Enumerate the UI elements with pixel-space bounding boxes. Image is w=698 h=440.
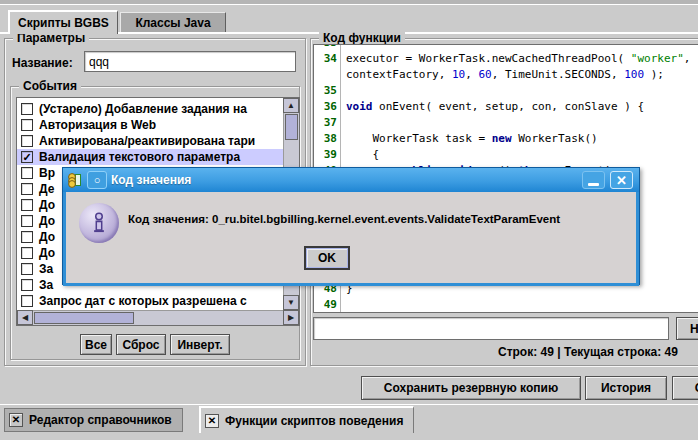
- name-label: Название:: [12, 56, 73, 70]
- code-line: 33: [314, 44, 698, 52]
- scroll-down-button[interactable]: ▼: [283, 295, 299, 310]
- checkbox-checked-icon[interactable]: ✓: [21, 151, 33, 163]
- tab-label: Редактор справочников: [29, 413, 172, 427]
- save-backup-label: Сохранить резервную копию: [384, 381, 558, 395]
- code-text: contextFactory, 10, 60, TimeUnit.SECONDS…: [346, 68, 664, 81]
- event-item-label: За: [39, 262, 53, 276]
- events-panel-title: События: [19, 79, 81, 93]
- event-list-item[interactable]: (Устарело) Добавление задания на: [17, 101, 283, 117]
- invert-label: Инверт.: [177, 338, 222, 352]
- scroll-up-button[interactable]: ▲: [283, 98, 299, 113]
- checkbox-icon[interactable]: [21, 295, 33, 307]
- app-window: Скрипты BGBS Классы Java Параметры Назва…: [0, 0, 698, 440]
- line-number: 38: [314, 132, 337, 145]
- window-menu-icon[interactable]: ○: [87, 171, 107, 189]
- tab-java-classes[interactable]: Классы Java: [120, 12, 226, 33]
- history-label: История: [601, 381, 651, 395]
- code-line: 37: [314, 116, 698, 132]
- app-icon: [67, 172, 83, 188]
- code-text: executor = WorkerTask.newCachedThreadPoo…: [346, 52, 690, 65]
- function-code-title: Код функции: [319, 31, 405, 45]
- event-item-label: Запрос дат с которых разрешена с: [39, 294, 247, 308]
- code-line: 36void onEvent( event, setup, con, conSl…: [314, 100, 698, 116]
- minimize-button[interactable]: [582, 171, 605, 189]
- event-item-label: До: [39, 198, 55, 212]
- line-number: 39: [314, 148, 337, 161]
- checkbox-icon[interactable]: [21, 263, 33, 275]
- event-list-item[interactable]: Активирована/реактивирована тари: [17, 133, 283, 149]
- code-line: 49: [314, 298, 698, 313]
- reset-button[interactable]: Сброс: [116, 334, 166, 355]
- line-number: 33: [314, 44, 337, 49]
- scroll-right-button[interactable]: ▶: [283, 310, 299, 325]
- event-item-label: До: [39, 246, 55, 260]
- code-line: 34executor = WorkerTask.newCachedThreadP…: [314, 52, 698, 68]
- find-label: Найти: [690, 322, 698, 336]
- ok-button[interactable]: OK: [304, 246, 350, 270]
- checkbox-icon[interactable]: [21, 247, 33, 259]
- checkbox-icon[interactable]: [21, 231, 33, 243]
- horizontal-scroll-thumb[interactable]: [34, 312, 134, 324]
- dialog-body: Код значения: 0_ru.bitel.bgbilling.kerne…: [63, 192, 639, 286]
- dialog-message: Код значения: 0_ru.bitel.bgbilling.kerne…: [128, 213, 560, 225]
- code-line: contextFactory, 10, 60, TimeUnit.SECONDS…: [314, 68, 698, 84]
- search-input[interactable]: [313, 317, 669, 340]
- vertical-scroll-thumb[interactable]: [285, 114, 298, 140]
- checkbox-icon[interactable]: [21, 199, 33, 211]
- bottom-tab-edge: [0, 404, 698, 405]
- name-input[interactable]: [84, 51, 296, 72]
- dialog-title-bar[interactable]: ○ Код значения ✕: [63, 168, 639, 192]
- event-item-label: Валидация текстового параметра: [39, 150, 240, 164]
- value-code-dialog: ○ Код значения ✕ Код значения: 0_ru.bite…: [62, 167, 640, 285]
- checkbox-icon[interactable]: [21, 135, 33, 147]
- select-all-label: Все: [85, 338, 107, 352]
- event-item-label: Активирована/реактивирована тари: [39, 134, 255, 148]
- code-line: 35: [314, 84, 698, 100]
- line-number: 34: [314, 52, 337, 65]
- event-item-label: До: [39, 214, 55, 228]
- close-button[interactable]: ✕: [610, 171, 633, 189]
- event-list-item[interactable]: ✓Валидация текстового параметра: [17, 149, 283, 165]
- checkbox-icon[interactable]: [21, 279, 33, 291]
- checkbox-icon[interactable]: [21, 103, 33, 115]
- invert-button[interactable]: Инверт.: [170, 334, 230, 355]
- event-item-label: За: [39, 278, 53, 292]
- checkbox-icon[interactable]: [21, 215, 33, 227]
- tab-scripts-bgbs[interactable]: Скрипты BGBS: [8, 10, 118, 34]
- info-icon: [79, 203, 119, 243]
- line-number: 35: [314, 84, 337, 97]
- history-button[interactable]: История: [585, 376, 667, 400]
- event-list-item[interactable]: Запрос дат с которых разрешена с: [17, 293, 283, 309]
- code-text: {: [346, 148, 379, 161]
- line-number: 49: [314, 298, 337, 311]
- dialog-title: Код значения: [111, 173, 191, 187]
- event-item-label: Авторизация в Web: [39, 118, 156, 132]
- reset-label: Сброс: [122, 338, 159, 352]
- event-list-item[interactable]: Авторизация в Web: [17, 117, 283, 133]
- event-item-label: Вр: [39, 166, 55, 180]
- save-button[interactable]: Сохранить: [672, 376, 698, 400]
- checkbox-icon[interactable]: [21, 167, 33, 179]
- tab-behavior-script-functions[interactable]: ✕ Функции скриптов поведения: [199, 406, 414, 433]
- scroll-left-button[interactable]: ◀: [17, 310, 33, 325]
- close-tab-icon[interactable]: ✕: [205, 414, 219, 428]
- find-button[interactable]: Найти: [676, 317, 698, 340]
- checkbox-icon[interactable]: [21, 119, 33, 131]
- close-tab-icon[interactable]: ✕: [9, 413, 23, 427]
- select-all-button[interactable]: Все: [80, 334, 112, 355]
- status-line: Строк: 49 | Текущая строка: 49: [498, 345, 678, 359]
- ok-label: OK: [318, 251, 336, 265]
- code-line: 38 WorkerTask task = new WorkerTask(): [314, 132, 698, 148]
- code-line: 39 {: [314, 148, 698, 164]
- event-item-label: До: [39, 230, 55, 244]
- checkbox-icon[interactable]: [21, 183, 33, 195]
- event-item-label: Де: [39, 182, 54, 196]
- tab-label: Скрипты BGBS: [18, 16, 109, 30]
- code-text: WorkerTask task = new WorkerTask(): [346, 132, 598, 145]
- save-backup-button[interactable]: Сохранить резервную копию: [361, 376, 581, 400]
- tab-directory-editor[interactable]: ✕ Редактор справочников: [4, 408, 183, 432]
- horizontal-scrollbar[interactable]: ◀ ▶: [17, 310, 299, 325]
- line-number: 37: [314, 116, 337, 129]
- tab-label: Функции скриптов поведения: [225, 414, 403, 428]
- tab-label: Классы Java: [135, 16, 210, 30]
